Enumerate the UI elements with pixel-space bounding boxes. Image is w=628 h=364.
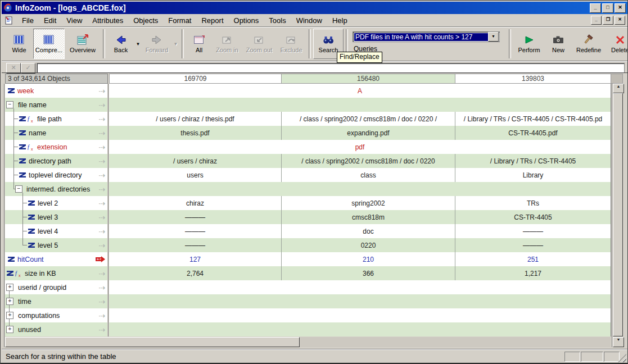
value-cell[interactable]: / class / spring2002 / cmsc818m / doc / …: [281, 112, 455, 126]
mdi-minimize-button[interactable]: _: [591, 16, 602, 25]
value-cell[interactable]: class: [281, 168, 455, 182]
new-button[interactable]: New: [545, 29, 572, 59]
perform-button[interactable]: Perform: [513, 29, 545, 59]
attribute-row-directory-path[interactable]: directory path ⇢: [5, 154, 107, 168]
expand-icon[interactable]: +: [6, 284, 13, 291]
menu-tools[interactable]: Tools: [264, 15, 291, 26]
value-cell[interactable]: Library: [455, 168, 611, 182]
category-row-time[interactable]: + time ⇢: [5, 294, 107, 308]
menu-file[interactable]: File: [17, 15, 39, 26]
attribute-label[interactable]: week: [17, 87, 34, 95]
value-cell[interactable]: / Library / TRs / CS-TR-4405: [455, 154, 611, 168]
expand-icon[interactable]: +: [6, 298, 13, 305]
horizontal-scrollbar[interactable]: [5, 337, 611, 347]
maximize-button[interactable]: □: [602, 3, 613, 13]
menu-edit[interactable]: Edit: [39, 15, 61, 26]
search-input[interactable]: [37, 63, 625, 73]
scroll-down-icon[interactable]: ▼: [613, 337, 624, 347]
scroll-up-icon[interactable]: ▲: [613, 84, 624, 93]
value-cell[interactable]: CS-TR-4405.pdf: [455, 126, 611, 140]
attribute-label[interactable]: level 4: [38, 228, 58, 235]
attribute-row-hitcount[interactable]: hitCount a-z: [5, 252, 107, 266]
attribute-label[interactable]: hitCount: [17, 256, 44, 263]
redefine-button[interactable]: Redefine: [572, 29, 606, 59]
attribute-row-name[interactable]: name ⇢: [5, 126, 107, 140]
attribute-row-extension[interactable]: extension ⇢: [5, 140, 107, 154]
attribute-row-level-5[interactable]: level 5 ⇢: [5, 238, 107, 252]
value-cell[interactable]: 0220: [281, 238, 455, 252]
queries-combobox[interactable]: PDF files in tree A with hit counts > 12…: [353, 31, 500, 42]
back-button[interactable]: Back: [107, 29, 134, 59]
overview-button[interactable]: Overview: [65, 29, 101, 59]
value-cell[interactable]: expanding.pdf: [281, 126, 455, 140]
value-cell[interactable]: CS-TR-4405: [455, 210, 611, 224]
value-cell[interactable]: 127: [109, 252, 281, 266]
value-cell[interactable]: / users / chiraz / thesis.pdf: [109, 112, 281, 126]
value-cell[interactable]: 1,217: [455, 266, 611, 280]
attribute-row-size-in-kb[interactable]: size in KB ⇢: [5, 266, 107, 280]
mdi-restore-button[interactable]: ❐: [603, 16, 613, 25]
attribute-row-file-path[interactable]: file path ⇢: [5, 112, 107, 126]
value-cell[interactable]: spring2002: [281, 196, 455, 210]
category-label[interactable]: unused: [18, 326, 41, 334]
vertical-scrollbar[interactable]: ▲ ▼: [612, 84, 624, 347]
attribute-label[interactable]: directory path: [29, 157, 71, 165]
back-dropdown-button[interactable]: ▼: [134, 29, 142, 58]
value-cell[interactable]: ———: [109, 224, 281, 238]
category-label[interactable]: intermed. directories: [26, 185, 90, 193]
delete-button[interactable]: Delete: [606, 29, 628, 59]
column-count-3[interactable]: 139803: [455, 74, 611, 84]
category-row-intermed-directories[interactable]: − intermed. directories ⇢: [5, 182, 107, 196]
category-label[interactable]: time: [18, 298, 31, 306]
attribute-label[interactable]: level 5: [38, 242, 58, 249]
value-cell[interactable]: A: [109, 84, 611, 98]
mdi-close-button[interactable]: ✕: [615, 16, 625, 25]
attribute-label[interactable]: toplevel directory: [29, 171, 82, 179]
menu-options[interactable]: Options: [229, 15, 264, 26]
menu-objects[interactable]: Objects: [128, 15, 163, 26]
value-cell[interactable]: cmsc818m: [281, 210, 455, 224]
expand-icon[interactable]: +: [6, 312, 13, 319]
minimize-button[interactable]: _: [590, 3, 601, 13]
attribute-label[interactable]: size in KB: [25, 270, 56, 277]
menu-window[interactable]: Window: [291, 15, 327, 26]
compressed-button[interactable]: Compre...: [33, 29, 65, 59]
value-cell[interactable]: doc: [281, 224, 455, 238]
category-row-computations[interactable]: + computations ⇢: [5, 308, 107, 322]
attribute-row-level-2[interactable]: level 2 ⇢: [5, 196, 107, 210]
value-cell[interactable]: ———: [455, 238, 611, 252]
all-button[interactable]: All: [186, 29, 212, 59]
category-row-file-name[interactable]: − file name ⇢: [5, 98, 107, 112]
value-cell[interactable]: ———: [455, 224, 611, 238]
attribute-label[interactable]: level 2: [38, 199, 58, 207]
collapse-icon[interactable]: −: [15, 185, 22, 193]
value-cell[interactable]: ———: [109, 238, 281, 252]
menu-help[interactable]: Help: [327, 15, 353, 26]
wide-button[interactable]: Wide: [5, 29, 33, 59]
category-label[interactable]: computations: [18, 312, 60, 320]
menu-report[interactable]: Report: [196, 15, 228, 26]
value-cell[interactable]: 251: [455, 252, 611, 266]
value-cell[interactable]: 2,764: [109, 266, 281, 280]
combo-dropdown-icon[interactable]: ▼: [488, 32, 499, 42]
value-cell[interactable]: TRs: [455, 196, 611, 210]
value-cell[interactable]: 366: [281, 266, 455, 280]
value-cell[interactable]: pdf: [109, 140, 611, 154]
column-count-2[interactable]: 156480: [281, 74, 455, 84]
menu-format[interactable]: Format: [163, 15, 196, 26]
value-cell[interactable]: / users / chiraz: [109, 154, 281, 168]
collapse-icon[interactable]: −: [6, 101, 13, 108]
attribute-row-toplevel-directory[interactable]: toplevel directory ⇢: [5, 168, 107, 182]
value-cell[interactable]: users: [109, 168, 281, 182]
category-row-unused[interactable]: + unused ⇢: [5, 322, 107, 336]
value-cell[interactable]: ———: [109, 210, 281, 224]
attribute-label[interactable]: extension: [37, 143, 67, 151]
column-count-1[interactable]: 169709: [109, 74, 282, 84]
horizontal-scrollbar-thumb[interactable]: [5, 337, 300, 347]
category-row-userid-groupid[interactable]: + userid / groupid ⇢: [5, 280, 107, 294]
value-cell[interactable]: / class / spring2002 / cmsc818m / doc / …: [281, 154, 455, 168]
attribute-label[interactable]: level 3: [38, 213, 58, 221]
value-cell[interactable]: chiraz: [109, 196, 281, 210]
value-cell[interactable]: 210: [281, 252, 455, 266]
menu-attributes[interactable]: Attributes: [87, 15, 128, 26]
